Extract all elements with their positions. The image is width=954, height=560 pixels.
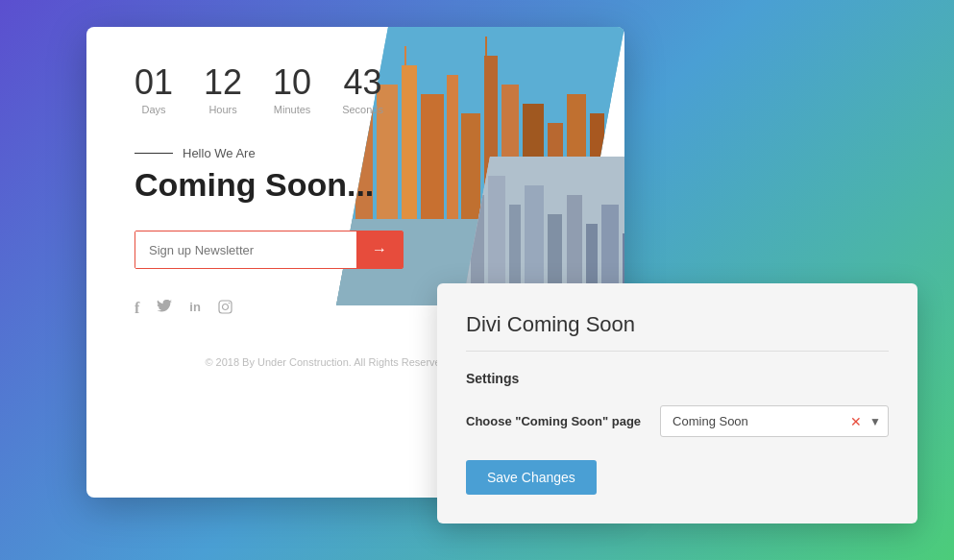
countdown-seconds: 43 Seconds <box>342 65 383 115</box>
settings-panel-title: Divi Coming Soon <box>466 312 889 337</box>
save-changes-button[interactable]: Save Changes <box>466 460 597 495</box>
hours-label: Hours <box>204 104 242 115</box>
page-select-wrapper: Coming Soon Under Construction Maintenan… <box>660 405 889 437</box>
minutes-value: 10 <box>273 65 311 100</box>
settings-panel: Divi Coming Soon Settings Choose "Coming… <box>437 283 917 523</box>
facebook-icon[interactable]: f <box>135 300 139 318</box>
newsletter-input[interactable] <box>135 231 356 268</box>
settings-divider <box>466 351 889 352</box>
instagram-icon[interactable] <box>218 300 232 318</box>
newsletter-submit-button[interactable]: → <box>356 231 403 268</box>
settings-field-label: Choose "Coming Soon" page <box>466 414 641 428</box>
countdown-days: 01 Days <box>135 65 173 115</box>
settings-row-page: Choose "Coming Soon" page Coming Soon Un… <box>466 405 889 437</box>
seconds-value: 43 <box>342 65 383 100</box>
days-value: 01 <box>135 65 173 100</box>
linkedin-icon[interactable]: in <box>189 300 201 318</box>
hello-dash-icon <box>135 153 173 154</box>
svg-point-27 <box>222 304 228 310</box>
svg-point-28 <box>229 303 231 304</box>
seconds-label: Seconds <box>342 104 383 115</box>
days-label: Days <box>135 104 173 115</box>
hello-text: Hello We Are <box>183 146 256 160</box>
select-clear-icon[interactable]: ✕ <box>850 415 862 428</box>
countdown-hours: 12 Hours <box>204 65 242 115</box>
newsletter-form: → <box>135 231 404 269</box>
coming-soon-title: Coming Soon... <box>135 166 576 204</box>
hello-line: Hello We Are <box>135 146 576 160</box>
settings-subtitle: Settings <box>466 371 889 386</box>
countdown-minutes: 10 Minutes <box>273 65 311 115</box>
minutes-label: Minutes <box>273 104 311 115</box>
countdown: 01 Days 12 Hours 10 Minutes 43 Seconds <box>135 65 576 115</box>
twitter-icon[interactable] <box>157 300 172 318</box>
hours-value: 12 <box>204 65 242 100</box>
